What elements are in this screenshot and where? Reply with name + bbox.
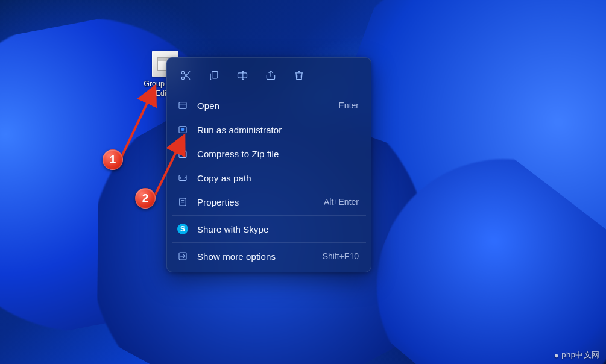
menu-item-properties[interactable]: Properties Alt+Enter: [171, 190, 367, 214]
svg-point-1: [181, 71, 184, 74]
scissors-icon: [180, 69, 192, 81]
zip-icon: [177, 148, 189, 160]
context-menu: Open Enter Run as administrator Compress…: [166, 57, 371, 272]
separator: [172, 92, 366, 92]
copy-icon: [208, 69, 220, 81]
menu-item-label: Show more options: [197, 251, 314, 262]
menu-item-accel: Enter: [339, 101, 359, 110]
svg-rect-4: [212, 71, 218, 78]
cut-button[interactable]: [179, 69, 192, 82]
share-icon: [265, 69, 277, 81]
rename-button[interactable]: [236, 69, 249, 82]
separator: [172, 215, 366, 216]
menu-item-accel: Shift+F10: [323, 251, 359, 261]
copy-button[interactable]: [207, 69, 221, 82]
watermark: ● php中文网: [554, 350, 600, 360]
trash-icon: [293, 69, 305, 81]
rename-icon: [236, 69, 248, 81]
shield-icon: [177, 124, 189, 136]
svg-rect-5: [238, 73, 247, 78]
menu-item-label: Compress to Zip file: [197, 149, 350, 159]
properties-icon: [177, 196, 189, 208]
separator: [172, 242, 366, 243]
menu-item-compress-zip[interactable]: Compress to Zip file: [171, 142, 367, 166]
menu-item-label: Copy as path: [197, 173, 350, 183]
delete-button[interactable]: [292, 69, 306, 82]
annotation-badge-2: 2: [135, 188, 156, 209]
context-menu-toolbar: [171, 61, 367, 90]
watermark-text: php中文网: [561, 350, 600, 359]
menu-item-label: Run as administrator: [197, 125, 350, 135]
copy-path-icon: [177, 172, 189, 184]
open-icon: [177, 99, 189, 111]
menu-item-label: Properties: [197, 197, 315, 207]
menu-item-accel: Alt+Enter: [324, 197, 359, 207]
annotation-badge-label: 1: [110, 153, 116, 166]
menu-item-label: Share with Skype: [197, 224, 350, 234]
menu-item-share-skype[interactable]: S Share with Skype: [171, 217, 367, 241]
menu-item-open[interactable]: Open Enter: [171, 93, 367, 118]
menu-item-label: Open: [197, 101, 330, 111]
annotation-badge-1: 1: [103, 149, 123, 170]
svg-rect-11: [179, 102, 186, 109]
svg-rect-17: [180, 198, 186, 206]
menu-item-run-as-admin[interactable]: Run as administrator: [171, 118, 367, 142]
menu-item-copy-as-path[interactable]: Copy as path: [171, 166, 367, 190]
svg-point-0: [181, 77, 184, 79]
menu-item-show-more[interactable]: Show more options Shift+F10: [171, 244, 367, 268]
share-button[interactable]: [264, 69, 277, 82]
skype-icon: S: [177, 223, 189, 235]
annotation-badge-label: 2: [142, 192, 149, 205]
more-options-icon: [177, 250, 189, 262]
